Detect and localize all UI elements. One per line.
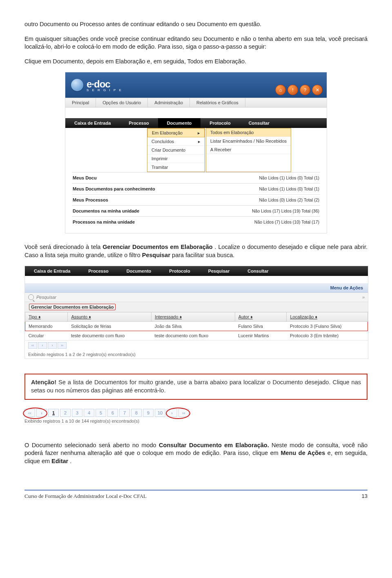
chevron-right-icon: ▸	[198, 139, 200, 144]
gmenu-protocolo[interactable]: Protocolo	[160, 266, 199, 276]
help-icon[interactable]: ?	[300, 85, 310, 95]
text-bold: Menu de Ações	[281, 450, 325, 456]
screenshot-pager: ‹‹ ‹ 1 2 3 4 5 6 7 8 9 10 › ›› Exibindo …	[24, 409, 368, 425]
pager-next[interactable]: ›	[48, 342, 57, 349]
inbox-row: Documentos na minha unidade Não Lidos (1…	[72, 205, 320, 216]
dd-criar-documento[interactable]: Criar Documento	[147, 146, 205, 155]
submenu-protocolo[interactable]: Protocolo	[200, 118, 239, 128]
dd-concluidos[interactable]: Concluídos ▸	[147, 137, 205, 146]
inbox-counts: Não Lidos (1) Lidos (0) Total (1)	[259, 175, 319, 180]
pager-first[interactable]: ‹‹	[28, 342, 37, 349]
pager-page-7[interactable]: 7	[119, 409, 130, 417]
warning-label: Atenção!	[31, 379, 56, 385]
paragraph-5: O Documento selecionado será aberto no m…	[24, 441, 368, 466]
gmenu-processo[interactable]: Processo	[79, 266, 118, 276]
text-bold: Gerenciar Documentos em Elaboração	[102, 244, 212, 250]
text-bold: Editar	[51, 458, 68, 464]
pager-bar: ‹‹ ‹ 1 2 3 4 5 6 7 8 9 10 › ››	[24, 409, 220, 417]
th-autor[interactable]: Autor ♦	[235, 312, 287, 322]
gmenu-documento[interactable]: Documento	[118, 266, 160, 276]
screenshot-edoc-menu: e·doc S E R G I P E ⌂ ! ? ✕ Principal Op…	[65, 72, 327, 233]
inbox-label: Documentos na minha unidade	[73, 208, 139, 213]
menu-de-acoes-bar[interactable]: Menu de Ações	[25, 283, 368, 293]
th-assunto[interactable]: Assunto ♦	[68, 312, 151, 322]
gerenciar-menu: Caixa de Entrada Processo Documento Prot…	[25, 266, 368, 276]
inbox-row: Meus Documentos para conhecimento Não Li…	[72, 183, 320, 194]
highlight-circle-left	[23, 408, 47, 419]
inbox-label: Processos na minha unidade	[73, 220, 135, 224]
inbox-label: Meus Docu	[73, 175, 97, 180]
submenu-documento[interactable]: Documento	[158, 118, 201, 128]
menu-opcoes-usuario[interactable]: Opções do Usuário	[96, 98, 148, 107]
cell-autor: Lucenir Martins	[235, 331, 287, 341]
menu-administracao[interactable]: Administração	[148, 98, 190, 107]
paragraph-3: Clique em Documento, depois em Elaboraçã…	[24, 58, 368, 66]
exibindo-count-2: Exibindo registros 1 a 10 de 144 registr…	[24, 417, 368, 425]
table-row[interactable]: Circular teste documento com fluxo teste…	[25, 331, 368, 341]
warning-text: Se a lista de Documentos for muito grand…	[31, 379, 361, 394]
exibindo-count: Exibindo registros 1 a 2 de 2 registro(s…	[25, 350, 368, 358]
pager-page-1[interactable]: 1	[48, 409, 59, 417]
pager-page-8[interactable]: 8	[131, 409, 142, 417]
inbox-counts: Não Lidos (17) Lidos (19) Total (36)	[252, 208, 319, 213]
submenu-consultar[interactable]: Consultar	[240, 118, 278, 128]
pager-page-4[interactable]: 4	[84, 409, 94, 417]
th-tipo[interactable]: Tipo ♦	[25, 312, 68, 322]
warning-box: Atenção! Se a lista de Documentos for mu…	[24, 374, 368, 399]
cell-tipo: Circular	[25, 331, 68, 341]
dd-todos-em-elaboracao[interactable]: Todos em Elaboração	[206, 128, 291, 137]
pager-page-3[interactable]: 3	[72, 409, 82, 417]
table-header-row: Tipo ♦ Assunto ♦ Interessado ♦ Autor ♦ L…	[25, 312, 368, 322]
app-banner: e·doc S E R G I P E ⌂ ! ? ✕	[65, 72, 327, 98]
inbox-label: Meus Processos	[73, 197, 108, 202]
dd-tramitar[interactable]: Tramitar	[147, 163, 205, 172]
inbox-row: Processos na minha unidade Não Lidos (7)…	[72, 216, 320, 227]
pager-page-10[interactable]: 10	[155, 409, 165, 417]
home-icon[interactable]: ⌂	[275, 85, 286, 95]
inbox-summary: Meus Docu Não Lidos (1) Lidos (0) Total …	[65, 172, 327, 233]
submenu-processo[interactable]: Processo	[120, 118, 158, 128]
alert-icon[interactable]: !	[287, 85, 298, 95]
cell-interessado: João da Silva	[151, 322, 235, 331]
menu-principal[interactable]: Principal	[65, 98, 96, 107]
pesquisar-row[interactable]: Pesquisar »	[25, 293, 368, 302]
submenu-caixa-entrada[interactable]: Caixa de Entrada	[65, 118, 120, 128]
pager-prev[interactable]: ‹	[38, 342, 47, 349]
text-span: .	[70, 458, 71, 464]
dd-listar-encaminhados[interactable]: Listar Encaminhados / Não Recebidos	[206, 137, 291, 146]
sub-menu: Caixa de Entrada Processo Documento Prot…	[65, 118, 327, 128]
documentos-table: Tipo ♦ Assunto ♦ Interessado ♦ Autor ♦ L…	[25, 312, 368, 341]
pager-page-6[interactable]: 6	[107, 409, 118, 417]
cell-localizacao: Protocolo 3 (Em trâmite)	[287, 331, 368, 341]
th-localizacao[interactable]: Localização ♦	[287, 312, 368, 322]
pager-small: ‹‹ ‹ › ››	[25, 341, 368, 350]
menu-relatorios[interactable]: Relatórios e Gráficos	[190, 98, 245, 107]
text-span: Você será direcionado à tela	[24, 244, 102, 250]
pager-page-9[interactable]: 9	[143, 409, 154, 417]
footer-text: Curso de Formação de Administrador Local…	[24, 493, 147, 500]
pager-last[interactable]: ››	[58, 342, 67, 349]
gerenciar-title: Gerenciar Documentos em Elaboração	[25, 302, 368, 312]
top-menu: Principal Opções do Usuário Administraçã…	[65, 98, 327, 108]
dd-em-elaboracao[interactable]: Em Elaboração ▸	[147, 128, 205, 137]
cell-autor: Fulano Silva	[235, 322, 287, 331]
text-bold: Pesquisar	[142, 252, 170, 258]
inbox-label: Meus Documentos para conhecimento	[73, 186, 155, 191]
pager-page-2[interactable]: 2	[60, 409, 71, 417]
gmenu-consultar[interactable]: Consultar	[238, 266, 277, 276]
sergipe-label: S E R G I P E	[87, 88, 122, 92]
pager-page-5[interactable]: 5	[96, 409, 106, 417]
table-row[interactable]: Memorando Solicitação de férias João da …	[25, 322, 368, 331]
edoc-logo-icon	[71, 79, 83, 91]
screenshot-gerenciar: Caixa de Entrada Processo Documento Prot…	[24, 266, 368, 359]
inbox-row: Meus Processos Não Lidos (0) Lidos (2) T…	[72, 194, 320, 205]
close-icon[interactable]: ✕	[312, 85, 323, 95]
gmenu-pesquisar[interactable]: Pesquisar	[199, 266, 239, 276]
gmenu-caixa-entrada[interactable]: Caixa de Entrada	[25, 266, 79, 276]
page-number: 13	[362, 493, 368, 500]
paragraph-4: Você será direcionado à tela Gerenciar D…	[24, 243, 368, 259]
th-interessado[interactable]: Interessado ♦	[151, 312, 235, 322]
dd-imprimir[interactable]: Imprimir	[147, 155, 205, 163]
dd-a-receber[interactable]: A Receber	[206, 146, 291, 154]
search-icon	[28, 294, 34, 300]
